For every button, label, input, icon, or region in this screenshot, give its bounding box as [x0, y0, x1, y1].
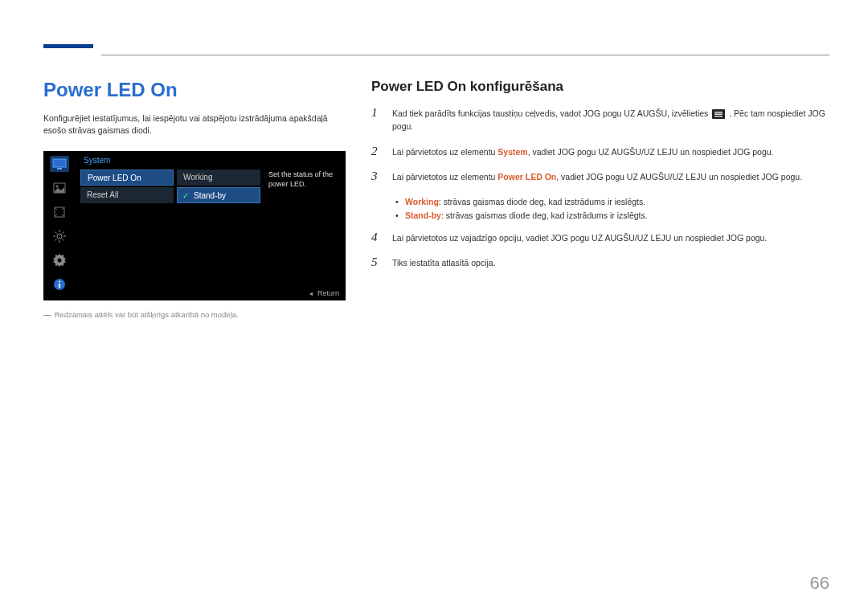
svg-rect-1	[57, 168, 62, 170]
osd-footer: ◂Return	[309, 289, 339, 297]
step-number: 1	[371, 106, 384, 120]
osd-return-label: Return	[317, 289, 339, 297]
step-frag: , vadiet JOG pogu UZ AUGŠU/UZ LEJU un no…	[528, 147, 774, 157]
list-text: : strāvas gaismas diode deg, kad izstrād…	[439, 197, 645, 206]
footnote: ―Redzamais attēls var būt atšķirīgs atka…	[43, 310, 349, 319]
menu-icon	[712, 109, 725, 119]
picture-icon	[50, 180, 69, 196]
svg-point-3	[56, 186, 59, 188]
osd-item-reset: Reset All	[80, 187, 174, 203]
svg-rect-20	[714, 114, 723, 115]
step-frag: Lai pārvietotos uz elementu	[392, 147, 497, 157]
step-number: 2	[371, 145, 384, 158]
highlight: Working	[405, 197, 439, 206]
step-number: 5	[371, 255, 384, 269]
osd-description: Set the status of the power LED.	[268, 170, 339, 189]
step-number: 4	[371, 231, 384, 244]
subsection-title: Power LED On konfigurēšana	[371, 79, 829, 95]
osd-option-working: Working	[177, 170, 260, 186]
option-list: Working: strāvas gaismas diode deg, kad …	[395, 195, 829, 223]
step-text: Lai pārvietotos uz elementu Power LED On…	[392, 171, 829, 184]
svg-line-10	[55, 232, 57, 234]
step-frag: , vadiet JOG pogu UZ AUGŠU/UZ LEJU un no…	[556, 172, 802, 182]
svg-rect-21	[714, 116, 723, 116]
svg-rect-19	[714, 112, 723, 112]
page-number: 66	[810, 573, 829, 594]
step-3: 3 Lai pārvietotos uz elementu Power LED …	[371, 170, 829, 184]
svg-line-13	[63, 232, 64, 234]
monitor-icon	[50, 156, 69, 172]
svg-line-11	[63, 239, 64, 241]
step-text: Lai pārvietotos uz vajadzīgo opciju, vad…	[392, 232, 829, 245]
gear-outline-icon	[50, 228, 69, 244]
step-text: Lai pārvietotos uz elementu System, vadi…	[392, 146, 829, 159]
svg-rect-0	[53, 159, 66, 167]
section-title: Power LED On	[43, 79, 349, 101]
osd-screenshot: System Power LED On Working Reset All St…	[43, 151, 346, 300]
back-triangle-icon: ◂	[309, 290, 313, 297]
list-text: : strāvas gaismas diode deg, kad izstrād…	[441, 210, 648, 220]
step-text: Tiks iestatīta atlasītā opcija.	[392, 257, 829, 270]
step-text: Kad tiek parādīts funkcijas taustiņu ceļ…	[392, 108, 829, 133]
step-5: 5 Tiks iestatīta atlasītā opcija.	[371, 255, 829, 270]
horizontal-rule	[101, 55, 829, 55]
step-2: 2 Lai pārvietotos uz elementu System, va…	[371, 145, 829, 159]
resize-icon	[50, 204, 69, 220]
osd-option-standby: Stand-by	[177, 187, 260, 203]
info-icon	[50, 276, 69, 292]
step-frag: Lai pārvietotos uz elementu	[392, 172, 497, 182]
step-frag: Kad tiek parādīts funkcijas taustiņu ceļ…	[392, 108, 708, 118]
step-number: 3	[371, 170, 384, 183]
list-item: Stand-by: strāvas gaismas diode deg, kad…	[395, 209, 829, 223]
footnote-text: Redzamais attēls var būt atšķirīgs atkar…	[55, 310, 239, 319]
gear-filled-icon	[50, 252, 69, 268]
svg-point-17	[59, 281, 60, 283]
svg-point-14	[58, 259, 62, 263]
svg-rect-16	[59, 284, 60, 288]
accent-bar	[43, 44, 93, 48]
highlight: Stand-by	[405, 210, 441, 220]
highlight: System	[497, 147, 527, 157]
list-item: Working: strāvas gaismas diode deg, kad …	[395, 195, 829, 209]
svg-line-12	[55, 239, 57, 241]
osd-breadcrumb: System	[80, 151, 346, 170]
intro-paragraph: Konfigurējiet iestatījumus, lai iespējot…	[43, 112, 349, 137]
step-4: 4 Lai pārvietotos uz vajadzīgo opciju, v…	[371, 231, 829, 245]
svg-point-5	[57, 234, 62, 239]
highlight: Power LED On	[497, 172, 556, 182]
step-1: 1 Kad tiek parādīts funkcijas taustiņu c…	[371, 106, 829, 133]
osd-nav-sidebar	[43, 151, 76, 300]
osd-item-power-led: Power LED On	[80, 170, 174, 186]
